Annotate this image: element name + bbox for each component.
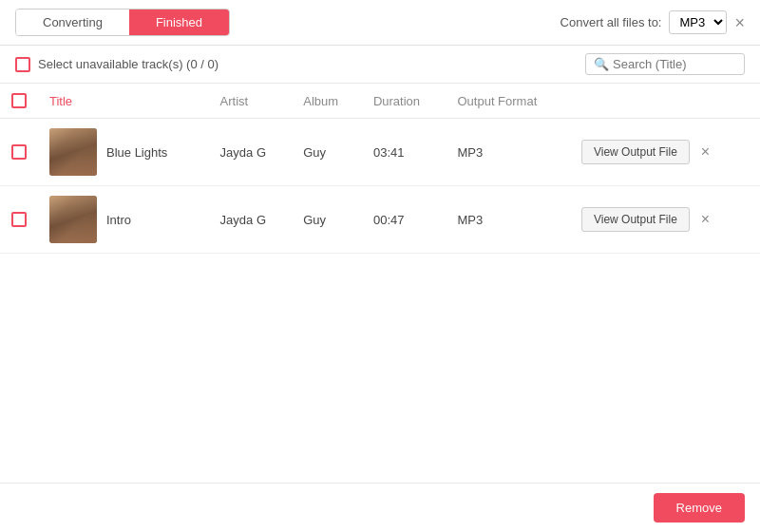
row-actions-0: View Output File ×: [570, 119, 760, 186]
col-output-format: Output Format: [446, 84, 570, 119]
row-format-0: MP3: [446, 119, 570, 186]
row-album-1: Guy: [292, 186, 362, 254]
row-artist-1: Jayda G: [209, 186, 293, 254]
track-title-1: Intro: [106, 213, 131, 227]
search-icon: 🔍: [594, 57, 609, 71]
remove-row-btn-0[interactable]: ×: [695, 142, 715, 162]
view-output-btn-1[interactable]: View Output File: [581, 207, 690, 232]
row-actions-1: View Output File ×: [570, 186, 760, 254]
view-output-btn-0[interactable]: View Output File: [581, 140, 690, 164]
app-header: Converting Finished Convert all files to…: [0, 0, 760, 46]
table-row: Blue Lights Jayda G Guy 03:41 MP3 View O…: [0, 119, 760, 186]
col-duration: Duration: [362, 84, 446, 119]
row-album-0: Guy: [292, 119, 362, 186]
header-right: Convert all files to: MP3 MP4 AAC ×: [560, 10, 745, 34]
table-row: Intro Jayda G Guy 00:47 MP3 View Output …: [0, 186, 760, 254]
row-checkbox-cell: [0, 119, 38, 186]
search-box: 🔍: [585, 53, 745, 75]
row-title-cell-0: Blue Lights: [38, 119, 209, 186]
col-checkbox: [0, 84, 38, 119]
track-title-0: Blue Lights: [106, 145, 167, 160]
search-input[interactable]: [613, 57, 736, 71]
row-duration-0: 03:41: [362, 119, 446, 186]
col-artist: Artist: [209, 84, 293, 119]
col-actions: [570, 84, 760, 119]
track-thumbnail-0: [49, 128, 97, 176]
row-checkbox-1[interactable]: [11, 212, 27, 227]
col-title: Title: [38, 84, 209, 119]
row-artist-0: Jayda G: [209, 119, 293, 186]
convert-all-label: Convert all files to:: [560, 15, 662, 29]
select-all-checkbox[interactable]: [15, 57, 30, 72]
select-unavailable-label: Select unavailable track(s) (0 / 0): [38, 57, 218, 71]
row-checkbox-0[interactable]: [11, 144, 27, 160]
row-checkbox-cell: [0, 186, 38, 254]
remove-row-btn-1[interactable]: ×: [695, 209, 715, 230]
track-thumbnail-1: [49, 196, 97, 243]
tab-converting[interactable]: Converting: [16, 10, 129, 35]
row-format-1: MP3: [446, 186, 570, 254]
format-select[interactable]: MP3 MP4 AAC: [669, 10, 727, 34]
track-table: Title Artist Album Duration Output Forma…: [0, 84, 760, 483]
row-title-cell-1: Intro: [38, 186, 209, 254]
toolbar: Select unavailable track(s) (0 / 0) 🔍: [0, 46, 760, 84]
row-duration-1: 00:47: [362, 186, 446, 254]
col-album: Album: [292, 84, 362, 119]
app-footer: Remove: [0, 483, 760, 532]
toolbar-left: Select unavailable track(s) (0 / 0): [15, 57, 218, 72]
close-button[interactable]: ×: [734, 14, 745, 31]
tab-finished[interactable]: Finished: [129, 10, 229, 35]
header-checkbox[interactable]: [11, 93, 27, 108]
tab-group: Converting Finished: [15, 9, 230, 36]
remove-button[interactable]: Remove: [654, 493, 745, 522]
